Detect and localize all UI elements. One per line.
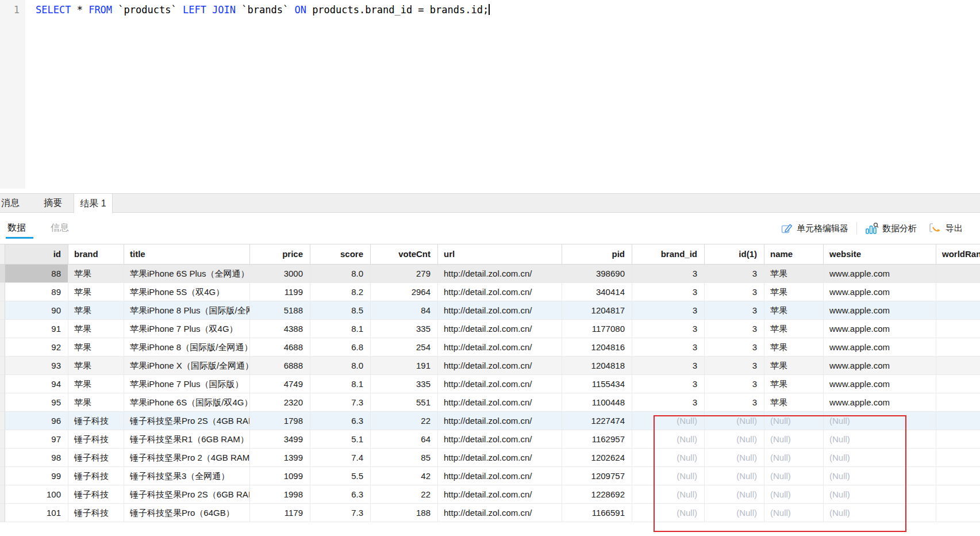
tab-result-1[interactable]: 结果 1 [74,194,113,213]
cell-voteCnt[interactable]: 191 [371,357,438,375]
row-selector[interactable] [0,283,5,301]
cell-name[interactable]: 苹果 [764,375,824,393]
cell-worldRank[interactable] [936,412,980,430]
column-header-worldRank[interactable]: worldRank [936,244,980,265]
cell-pid[interactable]: 1228692 [562,485,632,504]
cell-id_1[interactable]: (Null) [705,449,764,467]
cell-brand[interactable]: 锤子科技 [68,504,124,522]
cell-price[interactable]: 1798 [250,412,310,430]
row-selector[interactable] [0,357,5,375]
column-header-title[interactable]: title [124,244,250,265]
cell-worldRank[interactable] [936,393,980,412]
cell-brand[interactable]: 苹果 [68,338,124,357]
cell-pid[interactable]: 1162957 [562,430,632,449]
cell-id_1[interactable]: (Null) [705,430,764,449]
cell-price[interactable]: 1179 [250,504,310,522]
cell-brand_id[interactable]: (Null) [632,449,705,467]
cell-brand_id[interactable]: 3 [632,375,705,393]
cell-brand[interactable]: 苹果 [68,320,124,338]
cell-brand[interactable]: 锤子科技 [68,412,124,430]
cell-score[interactable]: 8.1 [310,320,371,338]
cell-title[interactable]: 锤子科技坚果3（全网通） [124,467,250,485]
cell-website[interactable]: www.apple.com [824,375,936,393]
cell-url[interactable]: http://detail.zol.com.cn/ [438,449,562,467]
cell-id[interactable]: 97 [5,430,68,449]
cell-name[interactable]: (Null) [764,504,824,522]
cell-price[interactable]: 4749 [250,375,310,393]
cell-website[interactable]: (Null) [824,467,936,485]
cell-voteCnt[interactable]: 22 [371,412,438,430]
cell-id[interactable]: 99 [5,467,68,485]
tab-summary[interactable]: 摘要 [34,194,71,213]
cell-url[interactable]: http://detail.zol.com.cn/ [438,412,562,430]
cell-pid[interactable]: 1227474 [562,412,632,430]
column-header-brand[interactable]: brand [68,244,124,265]
cell-brand_id[interactable]: (Null) [632,485,705,504]
row-selector[interactable] [0,449,5,467]
row-selector[interactable] [0,265,5,283]
column-header-name[interactable]: name [764,244,824,265]
cell-worldRank[interactable] [936,357,980,375]
cell-voteCnt[interactable]: 335 [371,320,438,338]
cell-worldRank[interactable] [936,375,980,393]
cell-id_1[interactable]: (Null) [705,504,764,522]
column-header-url[interactable]: url [438,244,562,265]
cell-price[interactable]: 1998 [250,485,310,504]
cell-id[interactable]: 100 [5,485,68,504]
cell-editor-button[interactable]: 单元格编辑器 [775,222,854,235]
cell-pid[interactable]: 1202624 [562,449,632,467]
cell-id_1[interactable]: 3 [705,375,764,393]
cell-id[interactable]: 88 [5,265,68,283]
cell-score[interactable]: 5.5 [310,467,371,485]
cell-voteCnt[interactable]: 85 [371,449,438,467]
cell-score[interactable]: 6.8 [310,338,371,357]
row-selector[interactable] [0,412,5,430]
cell-website[interactable]: www.apple.com [824,320,936,338]
cell-title[interactable]: 苹果iPhone 7 Plus（国际版） [124,375,250,393]
cell-brand[interactable]: 苹果 [68,265,124,283]
cell-url[interactable]: http://detail.zol.com.cn/ [438,301,562,320]
cell-worldRank[interactable] [936,265,980,283]
cell-voteCnt[interactable]: 188 [371,504,438,522]
cell-pid[interactable]: 1166591 [562,504,632,522]
cell-name[interactable]: (Null) [764,430,824,449]
column-header-id_1[interactable]: id(1) [705,244,764,265]
cell-name[interactable]: 苹果 [764,357,824,375]
cell-score[interactable]: 8.0 [310,265,371,283]
column-header-price[interactable]: price [250,244,310,265]
cell-brand[interactable]: 苹果 [68,301,124,320]
cell-id[interactable]: 98 [5,449,68,467]
cell-brand[interactable]: 锤子科技 [68,430,124,449]
cell-worldRank[interactable] [936,338,980,357]
cell-website[interactable]: www.apple.com [824,301,936,320]
cell-price[interactable]: 1099 [250,467,310,485]
cell-pid[interactable]: 398690 [562,265,632,283]
cell-title[interactable]: 苹果iPhone 6S Plus（全网通） [124,265,250,283]
cell-website[interactable]: (Null) [824,430,936,449]
row-selector[interactable] [0,338,5,357]
cell-id[interactable]: 92 [5,338,68,357]
cell-id_1[interactable]: 3 [705,393,764,412]
cell-title[interactable]: 锤子科技坚果Pro（64GB） [124,504,250,522]
export-button[interactable]: 导出 [923,222,969,235]
cell-price[interactable]: 4688 [250,338,310,357]
row-selector[interactable] [0,467,5,485]
cell-url[interactable]: http://detail.zol.com.cn/ [438,357,562,375]
cell-id[interactable]: 96 [5,412,68,430]
cell-price[interactable]: 5188 [250,301,310,320]
cell-brand_id[interactable]: 3 [632,393,705,412]
cell-worldRank[interactable] [936,283,980,301]
cell-website[interactable]: (Null) [824,485,936,504]
row-selector[interactable] [0,375,5,393]
cell-pid[interactable]: 1204817 [562,301,632,320]
cell-worldRank[interactable] [936,320,980,338]
cell-name[interactable]: 苹果 [764,320,824,338]
cell-worldRank[interactable] [936,301,980,320]
cell-voteCnt[interactable]: 335 [371,375,438,393]
cell-name[interactable]: (Null) [764,449,824,467]
cell-id_1[interactable]: (Null) [705,485,764,504]
cell-id[interactable]: 94 [5,375,68,393]
cell-url[interactable]: http://detail.zol.com.cn/ [438,375,562,393]
cell-voteCnt[interactable]: 22 [371,485,438,504]
cell-voteCnt[interactable]: 84 [371,301,438,320]
